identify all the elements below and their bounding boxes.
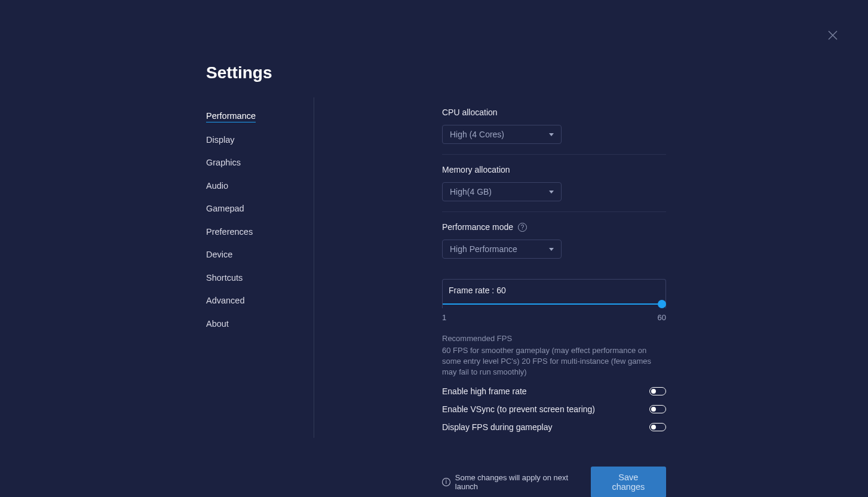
frame-rate-min: 1 (442, 313, 446, 322)
enable-vsync-toggle[interactable] (649, 405, 666, 413)
slider-thumb[interactable] (658, 300, 666, 308)
performance-mode-label: Performance mode (442, 222, 513, 232)
enable-high-frame-rate-label: Enable high frame rate (442, 386, 527, 396)
footer-note-text: Some changes will apply on next launch (455, 473, 591, 491)
frame-rate-label: Frame rate : 60 (443, 286, 665, 300)
enable-vsync-label: Enable VSync (to prevent screen tearing) (442, 404, 595, 414)
help-icon[interactable]: ? (518, 223, 527, 232)
vertical-divider (314, 97, 314, 438)
sidebar-item-audio[interactable]: Audio (206, 177, 228, 195)
settings-sidebar: Performance Display Graphics Audio Gamep… (206, 108, 314, 497)
performance-mode-value: High Performance (450, 244, 517, 254)
memory-allocation-select[interactable]: High(4 GB) (442, 182, 562, 201)
display-fps-label: Display FPS during gameplay (442, 422, 552, 432)
close-button[interactable] (827, 30, 838, 41)
recommended-fps-body: 60 FPS for smoother gameplay (may effect… (442, 345, 666, 378)
cpu-allocation-value: High (4 Cores) (450, 130, 504, 139)
sidebar-item-gamepad[interactable]: Gamepad (206, 200, 244, 217)
frame-rate-slider[interactable] (443, 300, 665, 308)
performance-mode-select[interactable]: High Performance (442, 240, 562, 259)
memory-allocation-label: Memory allocation (442, 165, 666, 174)
cpu-allocation-label: CPU allocation (442, 108, 666, 117)
info-icon: i (442, 478, 450, 486)
sidebar-item-advanced[interactable]: Advanced (206, 292, 245, 309)
recommended-fps-title: Recommended FPS (442, 334, 666, 343)
chevron-down-icon (549, 191, 554, 194)
cpu-allocation-select[interactable]: High (4 Cores) (442, 125, 562, 144)
frame-rate-max: 60 (658, 313, 666, 322)
sidebar-item-display[interactable]: Display (206, 131, 235, 149)
display-fps-toggle[interactable] (649, 423, 666, 431)
sidebar-item-device[interactable]: Device (206, 246, 232, 263)
chevron-down-icon (549, 248, 554, 251)
sidebar-item-performance[interactable]: Performance (206, 108, 256, 122)
sidebar-item-preferences[interactable]: Preferences (206, 223, 253, 241)
sidebar-item-about[interactable]: About (206, 315, 229, 333)
sidebar-item-shortcuts[interactable]: Shortcuts (206, 269, 243, 287)
memory-allocation-value: High(4 GB) (450, 187, 492, 197)
sidebar-item-graphics[interactable]: Graphics (206, 154, 241, 171)
page-title: Settings (206, 63, 666, 82)
slider-track (443, 303, 665, 305)
close-icon (828, 30, 838, 40)
save-changes-button[interactable]: Save changes (591, 467, 666, 497)
enable-high-frame-rate-toggle[interactable] (649, 387, 666, 395)
chevron-down-icon (549, 133, 554, 136)
